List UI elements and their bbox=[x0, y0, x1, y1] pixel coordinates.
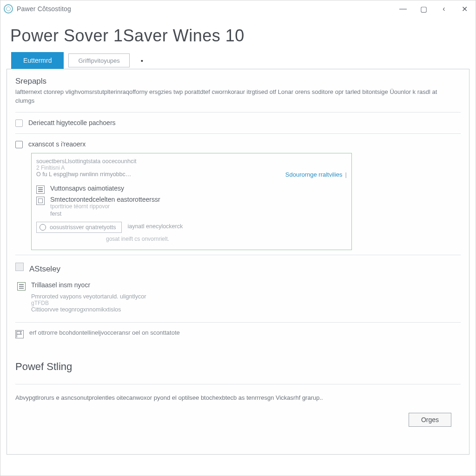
link-settings[interactable]: Sdourornge rraltvilies bbox=[285, 171, 343, 178]
window-controls: — ▢ ‹ ✕ bbox=[399, 5, 473, 13]
chip-under-label: gosat ineift cs onvornrielt. bbox=[106, 236, 347, 242]
chip-label: oosustrissver qnatretyotts bbox=[50, 224, 116, 231]
back-button[interactable]: ‹ bbox=[440, 5, 448, 13]
list-icon bbox=[36, 185, 45, 194]
row-desc: Cittioorvve teognrogxnnomikxtislos bbox=[31, 306, 461, 313]
window-title: Pawer Côtsostitog bbox=[17, 5, 71, 13]
divider bbox=[15, 133, 461, 134]
divider bbox=[15, 112, 461, 112]
group-sub: ferst bbox=[50, 211, 347, 217]
footer: Orges bbox=[15, 409, 461, 427]
section-icon bbox=[15, 263, 24, 271]
option-row-2[interactable]: cxanscot s i'reaoerx bbox=[15, 138, 461, 151]
group-label: Vuttonsapvs oaimotiatesy bbox=[50, 185, 124, 192]
chip-side-label: iaynatl enecylockerck bbox=[127, 223, 183, 230]
pipe-icon: | bbox=[345, 171, 347, 178]
option-label: Deriecatt higytecolle pachoers bbox=[28, 119, 116, 126]
sub-text: O fu L espg|hwp rwnlinn rrimyobbc… bbox=[36, 171, 131, 178]
group-row-2[interactable]: Smtectorontedcelelten eastorotteerssr tp… bbox=[36, 195, 347, 211]
sub-text: souectbersLlsottingtstata oocecounhcit bbox=[36, 158, 347, 165]
checkbox-icon[interactable] bbox=[15, 141, 23, 148]
section-title-intro: Srepapls bbox=[15, 77, 461, 86]
group-row-1[interactable]: Vuttonsapvs oaimotiatesy bbox=[36, 184, 347, 195]
tab-secondary[interactable]: Griffipvitoyupes bbox=[68, 53, 129, 67]
app-window: Pawer Côtsostitog — ▢ ‹ ✕ Power Sover 1S… bbox=[0, 0, 476, 476]
section-title-power: Powef Stling bbox=[15, 361, 461, 373]
close-button[interactable]: ✕ bbox=[460, 5, 469, 13]
row-desc: gTFDB bbox=[31, 300, 461, 306]
page-title: Power Sover 1Saver Wines 10 bbox=[0, 18, 476, 52]
tab-primary[interactable]: Euttermrd bbox=[11, 52, 64, 69]
checkbox-icon[interactable] bbox=[15, 119, 23, 127]
titlebar: Pawer Côtsostitog — ▢ ‹ ✕ bbox=[0, 0, 476, 18]
content-panel: Srepapls laftternext ctonrep vlighvomsrs… bbox=[7, 69, 469, 455]
group-sublabel: tporttrioe téornt rippovor bbox=[50, 203, 160, 210]
radio-icon bbox=[40, 224, 46, 231]
minimize-button[interactable]: — bbox=[399, 5, 407, 13]
option-label: cxanscot s i'reaoerx bbox=[28, 140, 86, 148]
app-icon bbox=[4, 4, 13, 13]
tab-bar: Euttermrd Griffipvitoyupes • bbox=[0, 52, 476, 69]
section-desc-intro: laftternext ctonrep vlighvomsrstutplteri… bbox=[15, 88, 452, 106]
group-label: Smtectorontedcelelten eastorotteerssr bbox=[50, 196, 160, 203]
confirm-button[interactable]: Orges bbox=[409, 413, 451, 427]
astseley-row-1[interactable]: Trillaasel insm nyocr bbox=[15, 278, 461, 293]
list-icon bbox=[17, 282, 26, 291]
divider bbox=[15, 255, 461, 255]
sub-text: 2 Finltisni A bbox=[36, 165, 347, 171]
maximize-button[interactable]: ▢ bbox=[419, 5, 428, 13]
astseley-row-2[interactable]: erf ottrorre bcohdontellineljvocceransr … bbox=[15, 326, 461, 341]
option-row-1[interactable]: Deriecatt higytecolle pachoers bbox=[15, 116, 461, 130]
divider bbox=[15, 322, 461, 323]
chip-option[interactable]: oosustrissver qnatretyotts bbox=[36, 222, 122, 233]
dot-icon: • bbox=[141, 57, 143, 65]
row-label: erf ottrorre bcohdontellineljvocceransr … bbox=[29, 329, 180, 336]
flag-icon bbox=[15, 330, 24, 338]
power-desc: Abvypgtlrorurs e asncsonutprolentles oit… bbox=[15, 394, 452, 403]
section-title: AStseley bbox=[29, 264, 60, 274]
divider bbox=[15, 384, 461, 384]
highlight-group: souectbersLlsottingtstata oocecounhcit 2… bbox=[31, 153, 352, 250]
row-label: Trillaasel insm nyocr bbox=[31, 281, 90, 289]
document-icon bbox=[36, 197, 45, 205]
row-desc: Pmroroted vaypons veyotortaruld. uligntl… bbox=[31, 293, 461, 300]
section-astseley: AStseley bbox=[15, 259, 461, 278]
